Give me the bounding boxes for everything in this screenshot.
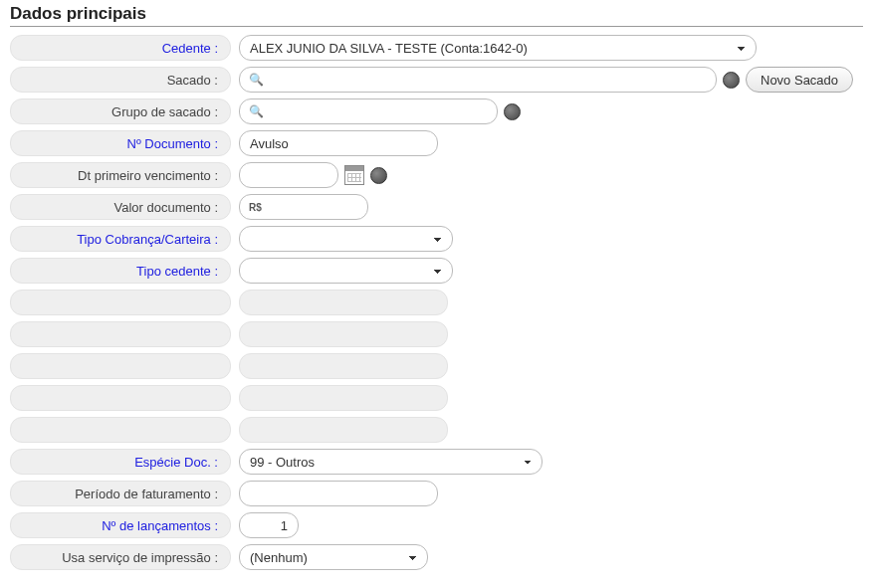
row-blank-5	[10, 417, 863, 443]
sacado-input[interactable]	[239, 67, 717, 93]
row-blank-3	[10, 353, 863, 379]
tipo-cedente-select[interactable]	[239, 258, 453, 284]
row-blank-4	[10, 385, 863, 411]
row-especie-doc: Espécie Doc. : 99 - Outros	[10, 449, 863, 475]
blank-field	[239, 385, 448, 411]
blank-field	[239, 321, 448, 347]
label-blank	[10, 417, 231, 443]
row-dt-primeiro-vencimento: Dt primeiro vencimento :	[10, 162, 863, 188]
novo-sacado-button[interactable]: Novo Sacado	[746, 67, 853, 93]
label-grupo-sacado: Grupo de sacado :	[10, 98, 231, 124]
row-valor-documento: Valor documento : R$	[10, 194, 863, 220]
dt-primeiro-vencimento-input[interactable]	[239, 162, 338, 188]
label-especie-doc[interactable]: Espécie Doc. :	[10, 449, 231, 475]
refresh-icon[interactable]	[370, 167, 387, 184]
label-usa-impressao: Usa serviço de impressão :	[10, 544, 231, 570]
label-tipo-cobranca[interactable]: Tipo Cobrança/Carteira :	[10, 226, 231, 252]
blank-field	[239, 417, 448, 443]
label-blank	[10, 385, 231, 411]
calendar-icon[interactable]	[344, 165, 364, 185]
row-grupo-sacado: Grupo de sacado : 🔍	[10, 98, 863, 124]
label-blank	[10, 353, 231, 379]
n-lancamentos-input[interactable]	[239, 512, 299, 538]
cedente-select[interactable]: ALEX JUNIO DA SILVA - TESTE (Conta:1642-…	[239, 35, 757, 61]
n-documento-input[interactable]	[239, 130, 438, 156]
row-sacado: Sacado : 🔍 Novo Sacado	[10, 67, 863, 93]
label-periodo-faturamento: Período de faturamento :	[10, 481, 231, 506]
section-title: Dados principais	[10, 4, 863, 27]
blank-field	[239, 353, 448, 379]
row-tipo-cedente: Tipo cedente :	[10, 258, 863, 284]
label-valor-documento: Valor documento :	[10, 194, 231, 220]
row-blank-2	[10, 321, 863, 347]
row-n-documento: Nº Documento :	[10, 130, 863, 156]
row-cedente: Cedente : ALEX JUNIO DA SILVA - TESTE (C…	[10, 35, 863, 61]
row-periodo-faturamento: Período de faturamento :	[10, 481, 863, 506]
row-n-lancamentos: Nº de lançamentos :	[10, 512, 863, 538]
periodo-faturamento-input[interactable]	[239, 481, 438, 506]
grupo-sacado-input[interactable]	[239, 98, 498, 124]
label-tipo-cedente[interactable]: Tipo cedente :	[10, 258, 231, 284]
row-tipo-cobranca: Tipo Cobrança/Carteira :	[10, 226, 863, 252]
refresh-icon[interactable]	[504, 103, 521, 120]
tipo-cobranca-select[interactable]	[239, 226, 453, 252]
label-n-documento[interactable]: Nº Documento :	[10, 130, 231, 156]
row-usa-impressao: Usa serviço de impressão : (Nenhum)	[10, 544, 863, 570]
label-n-lancamentos[interactable]: Nº de lançamentos :	[10, 512, 231, 538]
especie-doc-select[interactable]: 99 - Outros	[239, 449, 543, 475]
label-sacado: Sacado :	[10, 67, 231, 93]
label-cedente[interactable]: Cedente :	[10, 35, 231, 61]
label-blank	[10, 321, 231, 347]
refresh-icon[interactable]	[723, 72, 740, 89]
valor-documento-input[interactable]	[239, 194, 368, 220]
blank-field	[239, 290, 448, 315]
label-dt-primeiro-vencimento: Dt primeiro vencimento :	[10, 162, 231, 188]
label-blank	[10, 290, 231, 315]
usa-impressao-select[interactable]: (Nenhum)	[239, 544, 428, 570]
row-blank-1	[10, 290, 863, 315]
